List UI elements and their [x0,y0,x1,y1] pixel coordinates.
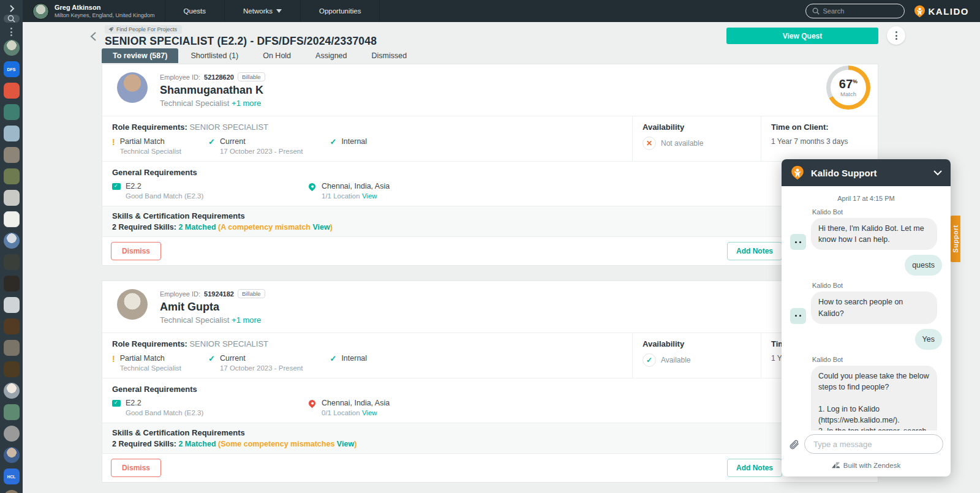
location-view-link[interactable]: View [362,409,377,416]
avatar[interactable] [4,361,20,377]
chat-header[interactable]: Kalido Support [782,159,951,186]
skills-view-link[interactable]: View [337,440,354,448]
avatar[interactable] [4,426,20,442]
page-title: SENIOR SPECIALIST (E2.2) - DFS/DFS/2024/… [105,35,377,48]
bot-name: Kalido Bot [812,356,942,363]
candidate-avatar [117,289,148,320]
zendesk-footer: Built with Zendesk [782,457,951,476]
current-user[interactable]: Greg Atkinson Milton Keynes, England, Un… [23,0,165,22]
bot-avatar [790,308,806,324]
bot-avatar [790,234,806,250]
general-requirements-section: General Requirements E2.2Good Band Match… [102,378,878,423]
not-available-icon: ✕ [643,137,656,150]
chat-title: Kalido Support [811,168,927,178]
avatar[interactable] [4,126,20,141]
avatar[interactable] [4,190,20,206]
employee-id: 52128620 [204,73,234,81]
avatar[interactable] [4,490,20,493]
avatar[interactable] [4,340,20,356]
nav-networks[interactable]: Networks [225,0,301,22]
add-notes-button[interactable]: Add Notes [727,459,782,477]
user-location: Milton Keynes, England, United Kingdom [55,12,155,18]
header-more-options-icon[interactable] [887,26,905,45]
avatar[interactable] [4,40,20,56]
avatar[interactable] [4,83,20,99]
band-icon [112,183,121,190]
employee-id-label: Employee ID: [160,290,200,298]
bot-message: Could you please take the below steps to… [811,366,937,431]
support-chat-widget: Kalido Support April 17 at 4:15 PM Kalid… [782,159,951,476]
avatar-hcl-badge[interactable]: HCL [4,469,20,484]
bot-name: Kalido Bot [812,208,942,216]
avatar[interactable] [4,276,20,292]
candidate-name: Amit Gupta [160,301,265,314]
avatar[interactable] [4,211,20,227]
view-quest-button[interactable]: View Quest [726,28,878,44]
user-message: quests [905,255,942,276]
role-requirements-section: Role Requirements: SENIOR SPECIALIST ! P… [102,116,632,161]
dismiss-button[interactable]: Dismiss [111,242,161,260]
chat-messages: April 17 at 4:15 PM Kalido Bot Hi there,… [782,186,951,431]
avatar[interactable] [4,318,20,334]
avatar[interactable] [4,254,20,270]
location-view-link[interactable]: View [362,192,377,200]
chat-message-input[interactable] [804,434,943,454]
chevron-down-icon [276,9,282,13]
expand-sidebar-icon[interactable] [4,5,20,12]
avatar-dfs-badge[interactable]: DFS [4,61,20,77]
avatar[interactable] [4,297,20,313]
add-notes-button[interactable]: Add Notes [727,242,782,260]
availability-section: Availability ✕ Not available [632,116,761,161]
avatar[interactable] [4,168,20,184]
search-input[interactable] [823,7,891,15]
nav-opportunities[interactable]: Opportunities [301,0,380,22]
candidate-avatar [117,72,148,103]
search-icon [812,7,820,15]
general-requirements-section: General Requirements E2.2Good Band Match… [102,161,878,206]
kalido-logo-icon [913,5,926,18]
avatar[interactable] [4,147,20,163]
rocket-icon [108,27,114,32]
location-pin-icon [307,399,317,408]
check-icon: ✓ [208,355,215,363]
global-search [805,4,905,18]
candidate-role: Technical Specialist [160,99,229,108]
tab-shortlisted[interactable]: Shortlisted (1) [178,48,251,63]
dismiss-button[interactable]: Dismiss [111,459,161,477]
kalido-logo-icon [790,165,805,180]
tab-on-hold[interactable]: On Hold [251,48,303,63]
bot-message: Hi there, I'm Kalido Bot. Let me know ho… [811,218,937,250]
check-icon: ✓ [208,138,215,146]
chat-timestamp: April 17 at 4:15 PM [790,195,942,202]
support-tab[interactable]: Support [950,216,960,262]
nav-quests[interactable]: Quests [165,0,225,22]
avatar[interactable] [4,383,20,399]
more-options-icon[interactable] [4,28,20,36]
paperclip-icon[interactable] [789,439,799,450]
time-on-client-section: Time on Client: 1 Year 7 months 3 days [761,116,878,161]
more-roles-link[interactable]: +1 more [232,315,261,325]
tab-assigned[interactable]: Assigned [303,48,359,63]
warning-icon: ! [112,355,115,363]
tab-dismissed[interactable]: Dismissed [360,48,420,63]
warning-icon: ! [112,138,115,146]
chevron-down-icon[interactable] [933,170,942,176]
search-icon[interactable] [4,15,20,23]
left-sidebar: DFS HCL [0,0,23,493]
avatar[interactable] [4,447,20,463]
tab-to-review[interactable]: To review (587) [102,48,178,63]
candidate-role: Technical Specialist [160,315,229,325]
location-pin-icon [307,182,317,192]
skills-section: Skills & Certification Requirements 2 Re… [102,423,878,454]
skills-view-link[interactable]: View [312,223,330,231]
bot-name: Kalido Bot [812,282,942,289]
check-icon: ✓ [330,138,336,146]
candidate-tabs: To review (587) Shortlisted (1) On Hold … [102,48,980,63]
back-icon[interactable] [90,32,97,43]
billable-badge: Billable [238,72,265,81]
avatar[interactable] [4,404,20,420]
avatar[interactable] [4,104,20,120]
match-ring: 67% Match [826,66,870,110]
avatar[interactable] [4,233,20,249]
more-roles-link[interactable]: +1 more [232,99,261,108]
